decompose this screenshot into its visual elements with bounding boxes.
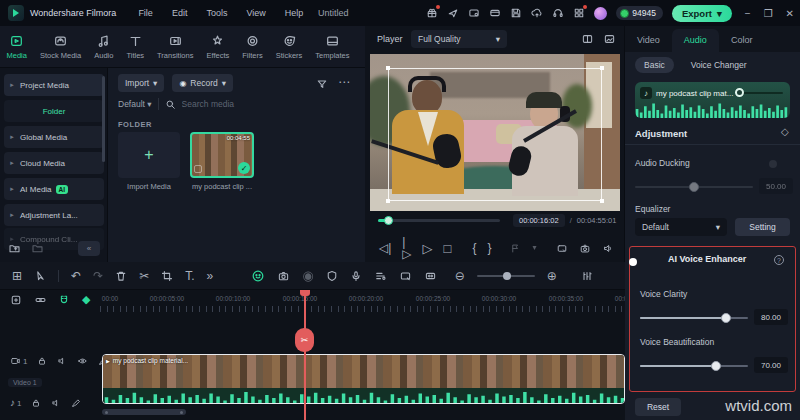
seek-knob[interactable] <box>384 216 393 225</box>
video-preview[interactable] <box>370 54 620 211</box>
track-paint-icon[interactable] <box>71 398 81 408</box>
text-tool-icon[interactable]: T. <box>185 270 194 282</box>
tab-audio[interactable]: Audio <box>88 34 120 60</box>
support-headset-icon[interactable] <box>552 7 564 19</box>
ai-portrait-icon[interactable] <box>251 269 265 283</box>
transform-handle-tr[interactable] <box>600 66 604 70</box>
menu-view[interactable]: View <box>246 8 265 18</box>
avatar[interactable] <box>594 7 607 20</box>
audio-ducking-slider[interactable] <box>635 186 753 188</box>
tree-item-global-media[interactable]: ▸ Global Media <box>4 126 104 148</box>
record-button[interactable]: ◉ <box>302 269 313 282</box>
layout-grid-icon[interactable]: ⊞ <box>12 270 22 282</box>
zoom-knob[interactable] <box>503 272 511 280</box>
restore-button[interactable]: ❐ <box>764 8 773 19</box>
subtab-voice-changer[interactable]: Voice Changer <box>682 57 756 73</box>
current-time[interactable]: 00:00:16:02 <box>513 214 565 227</box>
voiceover-mic-icon[interactable] <box>350 270 362 282</box>
play-button[interactable]: ▷ <box>423 242 433 255</box>
transform-handle-bl[interactable] <box>386 199 390 203</box>
minimize-button[interactable]: − <box>745 8 751 19</box>
track-manager-icon[interactable] <box>581 270 593 282</box>
tab-templates[interactable]: Templates <box>309 34 356 60</box>
timeline-zoom-slider[interactable] <box>477 275 535 277</box>
hide-eye-icon[interactable] <box>77 356 88 366</box>
coins-badge[interactable]: 94945 <box>616 6 663 20</box>
quality-dropdown[interactable]: Full Quality▾ <box>411 30 507 48</box>
voice-clarity-value[interactable]: 80.00 <box>754 309 788 325</box>
audio-ducking-value[interactable]: 50.00 <box>759 178 793 194</box>
crop-icon[interactable] <box>161 270 173 282</box>
tab-stock-media[interactable]: Stock Media <box>33 34 87 60</box>
chevron-down-icon[interactable]: ▾ <box>532 244 536 252</box>
timeline-hscrollbar[interactable] <box>102 409 186 415</box>
prev-frame-button[interactable]: ◁| <box>379 242 391 254</box>
info-icon[interactable]: ? <box>774 255 784 265</box>
split-view-icon[interactable] <box>581 33 594 45</box>
mirror-display-button[interactable] <box>556 243 568 254</box>
magnet-snap-icon[interactable] <box>58 294 70 306</box>
playhead-split-handle[interactable]: ✂ <box>295 328 314 352</box>
tree-item-project-media[interactable]: ▸ Project Media <box>4 74 104 96</box>
tree-item-folder[interactable]: Folder <box>4 100 104 122</box>
tree-item-cloud-media[interactable]: ▸ Cloud Media <box>4 152 104 174</box>
subtab-basic[interactable]: Basic <box>635 57 674 73</box>
auto-keyframe-icon[interactable]: ◆ <box>82 293 90 306</box>
equalizer-setting-button[interactable]: Setting <box>735 218 790 236</box>
marker-shield-icon[interactable] <box>326 270 338 282</box>
card-icon[interactable] <box>489 7 501 19</box>
import-media-tile[interactable]: + <box>118 132 180 178</box>
more-tools-icon[interactable]: » <box>207 270 214 282</box>
fit-timeline-icon[interactable] <box>424 270 437 282</box>
tab-color[interactable]: Color <box>719 29 765 52</box>
mark-out-button[interactable]: } <box>487 242 491 254</box>
tab-filters[interactable]: Filters <box>236 34 269 60</box>
transform-handle-br[interactable] <box>600 199 604 203</box>
zoom-in-button[interactable]: ⊕ <box>547 270 557 282</box>
delete-folder-icon[interactable] <box>31 242 44 254</box>
project-settings-icon[interactable] <box>468 7 480 19</box>
snapshot-button[interactable] <box>579 243 591 254</box>
voice-beautification-value[interactable]: 70.00 <box>754 357 788 373</box>
save-icon[interactable] <box>510 7 522 19</box>
audio-clip-card[interactable]: ♪ my podcast clip mat... <box>635 82 790 118</box>
lock-icon[interactable] <box>37 356 47 366</box>
adjustment-header[interactable]: Adjustment <box>635 128 687 139</box>
delete-icon[interactable] <box>115 270 127 282</box>
camera-snapshot-icon[interactable] <box>277 270 290 282</box>
clip-volume-track[interactable] <box>739 92 783 94</box>
tree-scrollbar[interactable] <box>102 76 105 162</box>
add-placeholder-icon[interactable] <box>10 294 22 306</box>
gift-icon[interactable] <box>426 7 438 19</box>
tree-item-ai-media[interactable]: ▸ AI Media AI <box>4 178 104 200</box>
split-scissors-icon[interactable]: ✂ <box>139 270 149 282</box>
tab-transitions[interactable]: Transitions <box>151 34 200 60</box>
menu-tools[interactable]: Tools <box>206 8 227 18</box>
audio-stretch-icon[interactable] <box>374 270 387 282</box>
mute-speaker-icon[interactable] <box>57 356 67 366</box>
export-button[interactable]: Export▾ <box>672 5 732 22</box>
collapse-panel-button[interactable]: « <box>78 241 100 256</box>
ruler-ticks[interactable] <box>100 306 625 312</box>
tab-audio[interactable]: Audio <box>672 29 719 52</box>
redo-button[interactable]: ↷ <box>93 270 103 282</box>
next-frame-button[interactable]: |▷ <box>402 236 411 260</box>
zoom-out-button[interactable]: ⊖ <box>455 270 465 282</box>
more-options-icon[interactable]: ⋯ <box>338 76 350 88</box>
equalizer-preset-dropdown[interactable]: Default▾ <box>635 218 727 236</box>
reset-button[interactable]: Reset <box>635 398 681 416</box>
import-dropdown[interactable]: Import▾ <box>118 74 164 92</box>
volume-button[interactable] <box>602 243 614 254</box>
tab-media[interactable]: Media <box>0 34 33 60</box>
undo-button[interactable]: ↶ <box>71 270 81 282</box>
menu-edit[interactable]: Edit <box>172 8 188 18</box>
cloud-upload-icon[interactable] <box>531 7 543 19</box>
keyframe-diamond-icon[interactable]: ◇ <box>781 127 789 137</box>
tab-effects[interactable]: Effects <box>200 34 236 60</box>
clip-thumbnail[interactable]: 00:04:55 ✓ <box>190 132 254 178</box>
stop-button[interactable]: □ <box>444 242 452 255</box>
record-dropdown[interactable]: ◉Record▾ <box>172 74 233 92</box>
lock-icon[interactable] <box>31 398 41 408</box>
clip-volume-knob[interactable] <box>735 88 744 97</box>
mute-speaker-icon[interactable] <box>51 398 61 408</box>
